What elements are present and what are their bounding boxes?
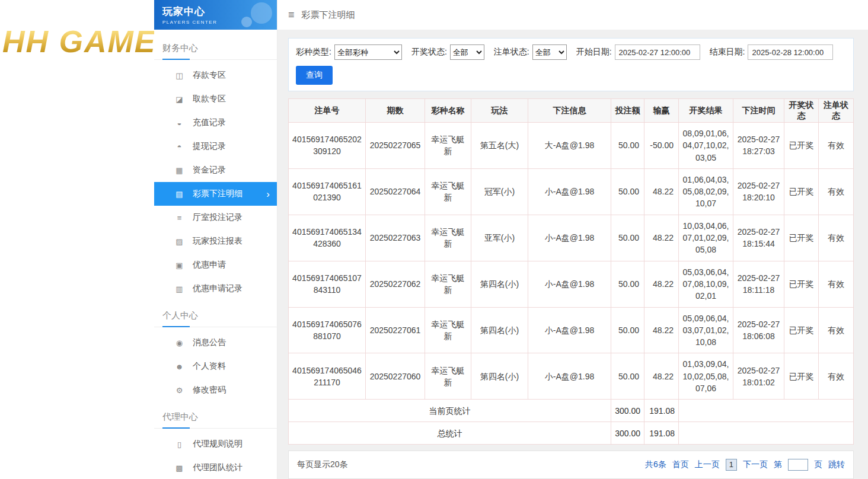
bet-details-table: 注单号期数彩种名称玩法下注信息投注额输赢开奖结果下注时间开奖状态注单状态4015… bbox=[288, 98, 854, 445]
sidebar-item-promo-apply[interactable]: ▣优惠申请 bbox=[154, 253, 277, 277]
summary-empty bbox=[679, 422, 854, 445]
sidebar-item-profile[interactable]: ☻个人资料 bbox=[154, 355, 277, 378]
chevron-right-icon: › bbox=[266, 189, 270, 199]
cell-bet_time: 2025-02-27 18:20:10 bbox=[733, 168, 784, 215]
team-stats-icon: ▩ bbox=[174, 464, 184, 472]
cell-draw_status: 已开奖 bbox=[784, 307, 819, 353]
sidebar-item-deposit[interactable]: ◫存款专区 bbox=[154, 63, 277, 87]
cell-draw_result: 08,09,01,06,04,07,10,02,03,05 bbox=[679, 123, 733, 169]
sidebar-item-agent-team-stats[interactable]: ▩代理团队统计 bbox=[154, 456, 277, 479]
cell-bet_info: 小-A盘@1.98 bbox=[528, 168, 611, 215]
cell-bet_time: 2025-02-27 18:11:18 bbox=[733, 261, 784, 307]
cell-bet_amount: 50.00 bbox=[611, 123, 644, 169]
sidebar-item-hall-bet-records[interactable]: ≡厅室投注记录 bbox=[154, 206, 277, 229]
filter-row: 彩种类型: 全部彩种 开奖状态: 全部 注单状态: bbox=[296, 44, 846, 60]
search-button[interactable]: 查询 bbox=[296, 66, 333, 85]
sidebar-item-label: 个人资料 bbox=[193, 361, 226, 372]
cell-order_no: 401569174065046211170 bbox=[289, 353, 366, 400]
per-page-text: 每页显示20条 bbox=[297, 459, 348, 470]
page-jump-label-post: 页 bbox=[814, 459, 822, 470]
sidebar-item-lottery-bet-details[interactable]: ▤彩票下注明细› bbox=[154, 182, 277, 206]
section-title: 财务中心 bbox=[162, 43, 198, 53]
cell-play: 第四名(小) bbox=[471, 353, 528, 400]
end-date-input[interactable] bbox=[748, 44, 833, 60]
sidebar-item-withdraw[interactable]: ◪取款专区 bbox=[154, 87, 277, 111]
cell-bet_amount: 50.00 bbox=[611, 168, 644, 215]
cell-bet_time: 2025-02-27 18:06:08 bbox=[733, 307, 784, 353]
end-date-filter: 结束日期: bbox=[710, 44, 834, 60]
sidebar-item-agent-rules[interactable]: ▯代理规则说明 bbox=[154, 432, 277, 456]
sidebar-item-recharge-records[interactable]: ◒充值记录 bbox=[154, 111, 277, 135]
cell-lottery_name: 幸运飞艇新 bbox=[425, 215, 471, 261]
cell-bet_time: 2025-02-27 18:01:02 bbox=[733, 353, 784, 400]
sidebar-item-label: 存款专区 bbox=[193, 70, 226, 81]
order-status-label: 注单状态: bbox=[494, 47, 529, 58]
table-row: 40156917406520230912020250227065幸运飞艇新第五名… bbox=[289, 123, 854, 169]
jump-link[interactable]: 跳转 bbox=[828, 459, 845, 470]
sidebar-item-label: 充值记录 bbox=[193, 117, 226, 128]
next-page-link[interactable]: 下一页 bbox=[743, 459, 768, 470]
lottery-type-label: 彩种类型: bbox=[296, 47, 331, 58]
header-decoration-circles bbox=[241, 1, 272, 28]
column-header-play: 玩法 bbox=[471, 99, 528, 123]
lottery-type-select[interactable]: 全部彩种 bbox=[334, 44, 402, 60]
lottery-detail-icon: ▤ bbox=[174, 190, 184, 199]
table-row: 40156917406516102139020250227064幸运飞艇新冠军(… bbox=[289, 168, 854, 215]
cell-draw_status: 已开奖 bbox=[784, 261, 819, 307]
draw-status-select[interactable]: 全部 bbox=[450, 44, 484, 60]
sidebar-item-messages[interactable]: ◉消息公告 bbox=[154, 331, 277, 355]
cell-order_status: 有效 bbox=[819, 261, 854, 307]
cell-lottery_name: 幸运飞艇新 bbox=[425, 168, 471, 215]
sidebar-item-player-bet-report[interactable]: ▨玩家投注报表 bbox=[154, 229, 277, 253]
bell-icon: ◉ bbox=[174, 339, 184, 347]
cell-bet_amount: 50.00 bbox=[611, 353, 644, 400]
table-row: 40156917406513442836020250227063幸运飞艇新亚军(… bbox=[289, 215, 854, 261]
cell-win_loss: -50.00 bbox=[644, 123, 679, 169]
cell-order_status: 有效 bbox=[819, 353, 854, 400]
cell-draw_result: 05,03,06,04,07,08,10,09,02,01 bbox=[679, 261, 733, 307]
current-page-summary-row: 当前页统计300.00191.08 bbox=[289, 400, 854, 422]
cell-period: 20250227065 bbox=[366, 123, 425, 169]
summary-label: 总统计 bbox=[289, 422, 611, 445]
sidebar-item-funds-records[interactable]: ▦资金记录 bbox=[154, 158, 277, 182]
cell-play: 第四名(小) bbox=[471, 261, 528, 307]
sidebar-item-cashout-records[interactable]: ◓提现记录 bbox=[154, 135, 277, 158]
summary-empty bbox=[679, 400, 854, 422]
cashout-record-icon: ◓ bbox=[174, 142, 184, 151]
content: 彩种类型: 全部彩种 开奖状态: 全部 注单状态: bbox=[277, 30, 868, 479]
first-page-link[interactable]: 首页 bbox=[672, 459, 689, 470]
section-header-agent: 代理中心 bbox=[154, 408, 277, 429]
page-number-input[interactable] bbox=[788, 459, 808, 471]
table-footer: 每页显示20条 共6条 首页 上一页 1 下一页 第 页 跳转 bbox=[288, 451, 854, 479]
sidebar-item-change-password[interactable]: ⚙修改密码 bbox=[154, 378, 277, 402]
sidebar-item-promo-apply-records[interactable]: ▥优惠申请记录 bbox=[154, 277, 277, 301]
section-header-personal: 个人中心 bbox=[154, 306, 277, 327]
sidebar-item-label: 取款专区 bbox=[193, 94, 226, 104]
column-header-bet_info: 下注信息 bbox=[528, 99, 611, 123]
menu-toggle-icon[interactable]: ≡ bbox=[288, 9, 295, 21]
column-header-order_status: 注单状态 bbox=[819, 99, 854, 123]
app-window: HH GAME 玩家中心 PLAYERS CENTER 财务中心◫存款专区◪取款… bbox=[0, 0, 868, 479]
cell-order_status: 有效 bbox=[819, 123, 854, 169]
prev-page-link[interactable]: 上一页 bbox=[695, 459, 720, 470]
start-date-input[interactable] bbox=[615, 44, 700, 60]
table-row: 40156917406504621117020250227060幸运飞艇新第四名… bbox=[289, 353, 854, 400]
column-header-order_no: 注单号 bbox=[289, 99, 366, 123]
sidebar-item-label: 代理团队统计 bbox=[193, 462, 242, 473]
start-date-filter: 开始日期: bbox=[576, 44, 700, 60]
cell-order_no: 401569174065076881070 bbox=[289, 307, 366, 353]
topbar: ≡ 彩票下注明细 bbox=[277, 0, 868, 30]
order-status-filter: 注单状态: 全部 bbox=[494, 44, 567, 60]
order-status-select[interactable]: 全部 bbox=[532, 44, 567, 60]
section-underline bbox=[162, 427, 190, 429]
section-title: 个人中心 bbox=[162, 310, 198, 320]
cell-draw_status: 已开奖 bbox=[784, 168, 819, 215]
app-logo: HH GAME bbox=[2, 24, 154, 59]
cell-bet_info: 小-A盘@1.98 bbox=[528, 261, 611, 307]
section-underline bbox=[162, 59, 190, 60]
column-header-bet_amount: 投注额 bbox=[611, 99, 644, 123]
page-title: 彩票下注明细 bbox=[302, 9, 355, 21]
filter-panel: 彩种类型: 全部彩种 开奖状态: 全部 注单状态: bbox=[288, 38, 854, 91]
cell-win_loss: 48.22 bbox=[644, 307, 679, 353]
current-page[interactable]: 1 bbox=[726, 459, 737, 471]
